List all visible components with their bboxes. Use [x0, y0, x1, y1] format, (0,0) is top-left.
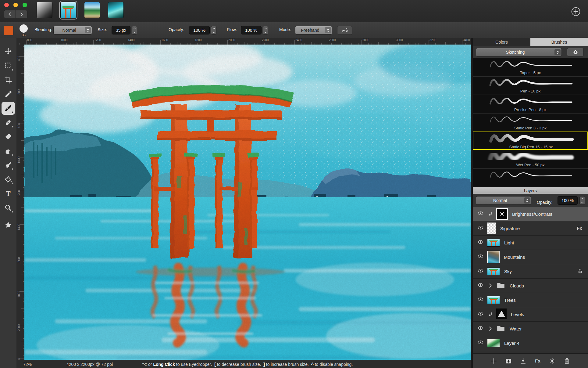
adjustment-button[interactable] [548, 357, 556, 365]
color-picker-tool[interactable] [2, 88, 15, 101]
favorites-icon [4, 221, 12, 229]
flow-input[interactable]: 100 % [241, 26, 262, 34]
healing-brush-tool[interactable] [2, 116, 15, 129]
layer-row-water[interactable]: Water [473, 322, 588, 336]
eraser-tool[interactable] [2, 130, 15, 143]
visibility-eye-icon[interactable] [476, 253, 485, 261]
blend-mode-value: Normal [476, 198, 524, 203]
document-tab-grayscale-portrait[interactable] [37, 2, 52, 18]
hint-text: to disable snapping. [314, 362, 353, 367]
chevron-left-icon [8, 12, 12, 16]
layer-row-mountains[interactable]: Mountains [473, 250, 588, 264]
smudge-tool[interactable] [2, 145, 15, 157]
new-pixel-layer-button[interactable] [504, 357, 512, 365]
flow-stepper[interactable] [263, 26, 268, 34]
visibility-eye-icon[interactable] [476, 210, 485, 218]
affinity-photo-window: 35 Blending: Normal Size: 35 px Opacity:… [0, 0, 588, 368]
layer-row-levels[interactable]: Levels [473, 307, 588, 322]
minimize-button[interactable] [13, 3, 18, 7]
ruler-tick [395, 40, 395, 45]
visibility-eye-icon[interactable] [476, 339, 485, 347]
nav-back-button[interactable] [4, 10, 16, 18]
visibility-eye-icon[interactable] [476, 239, 485, 246]
zoom-tool[interactable] [2, 201, 15, 214]
crop-tool[interactable] [2, 74, 15, 86]
merge-down-button[interactable] [519, 357, 527, 365]
stepper-down-icon [263, 30, 268, 34]
layer-opacity-input[interactable]: 100 % [558, 196, 578, 205]
canvas[interactable] [24, 45, 471, 360]
layer-effects-button[interactable]: Fx [534, 357, 542, 365]
visibility-eye-icon[interactable] [476, 282, 485, 289]
stabilizer-button[interactable] [337, 26, 352, 35]
delete-layer-icon [563, 357, 571, 365]
brush-item[interactable]: Precise Pen - 8 px [473, 95, 588, 114]
layer-name: Brightness/Contrast [512, 211, 552, 217]
favorites-tool[interactable] [2, 218, 15, 231]
marquee-tool[interactable] [2, 60, 15, 72]
ruler-tick [60, 40, 60, 45]
color-swatch[interactable] [4, 26, 13, 35]
flood-fill-icon [4, 175, 12, 183]
expand-chevron-icon[interactable] [486, 326, 494, 331]
ruler-tick [194, 40, 194, 45]
svg-text:T: T [6, 190, 10, 197]
layer-row-partial[interactable] [473, 350, 588, 353]
nav-forward-button[interactable] [16, 10, 28, 18]
layer-row-sky[interactable]: Sky [473, 264, 588, 279]
hint-text: to increase brush size. [265, 362, 311, 367]
add-layer-button[interactable] [490, 357, 498, 365]
opacity-stepper[interactable] [211, 26, 216, 34]
document-tab-waterfall[interactable] [108, 2, 124, 18]
clone-stamp-tool[interactable] [2, 159, 15, 171]
blend-mode-dropdown[interactable]: Normal [476, 196, 531, 205]
text-tool[interactable]: T [2, 187, 15, 200]
opacity-input[interactable]: 100 % [189, 26, 210, 34]
size-input[interactable]: 35 px [112, 26, 130, 34]
blending-label: Blending: [34, 27, 52, 32]
mode-dropdown[interactable]: Freehand [295, 26, 332, 34]
brush-item[interactable] [473, 168, 588, 187]
visibility-eye-icon[interactable] [476, 325, 485, 332]
layer-opacity-stepper[interactable] [579, 196, 585, 205]
visibility-eye-icon[interactable] [476, 268, 485, 275]
tab-brushes[interactable]: Brushes [530, 38, 588, 46]
size-stepper[interactable] [132, 26, 137, 34]
layer-row-trees[interactable]: Trees [473, 293, 588, 307]
brush-item-selected[interactable]: Static Big Pen 15 - 15 px [473, 132, 588, 150]
visibility-eye-icon[interactable] [476, 225, 485, 232]
brush-category-row: Sketching [473, 46, 588, 58]
flood-fill-tool[interactable] [2, 173, 15, 186]
blending-dropdown[interactable]: Normal [53, 26, 92, 34]
close-button[interactable] [4, 3, 9, 7]
layer-row-brightness-contrast[interactable]: Brightness/Contrast [473, 207, 588, 221]
brush-item[interactable]: Taper - 5 px [473, 58, 588, 77]
mode-label: Mode: [279, 27, 291, 32]
layer-row-layer-4[interactable]: Layer 4 [473, 336, 588, 350]
coastal-landscape-thumbnail [84, 2, 100, 18]
brush-item[interactable]: Pen - 10 px [473, 76, 588, 95]
brush-item[interactable]: Wet Pen - 50 px [473, 150, 588, 169]
layer-name: Signature [500, 226, 520, 231]
brush-settings-button[interactable] [567, 48, 584, 56]
marquee-icon [4, 62, 12, 70]
expand-chevron-icon[interactable] [486, 283, 494, 288]
layer-row-signature[interactable]: SignatureFx [473, 221, 588, 236]
move-tool[interactable] [2, 45, 15, 58]
brush-category-dropdown[interactable]: Sketching [476, 48, 562, 56]
document-tab-torii-painting[interactable] [60, 2, 76, 18]
ruler-label: 1200 [17, 190, 21, 197]
flow-label: Flow: [227, 27, 237, 32]
paint-brush-tool[interactable] [2, 102, 15, 115]
delete-layer-button[interactable] [563, 357, 571, 365]
merge-down-icon [519, 357, 527, 365]
new-document-button[interactable] [571, 7, 581, 16]
document-tab-coastal-landscape[interactable] [84, 2, 100, 18]
layer-row-light[interactable]: Light [473, 236, 588, 250]
visibility-eye-icon[interactable] [476, 311, 485, 318]
tab-colors[interactable]: Colors [473, 38, 530, 46]
brush-item[interactable]: Static Pen 3 - 3 px [473, 113, 588, 132]
visibility-eye-icon[interactable] [476, 296, 485, 304]
maximize-button[interactable] [23, 3, 27, 7]
layer-row-clouds[interactable]: Clouds [473, 279, 588, 293]
